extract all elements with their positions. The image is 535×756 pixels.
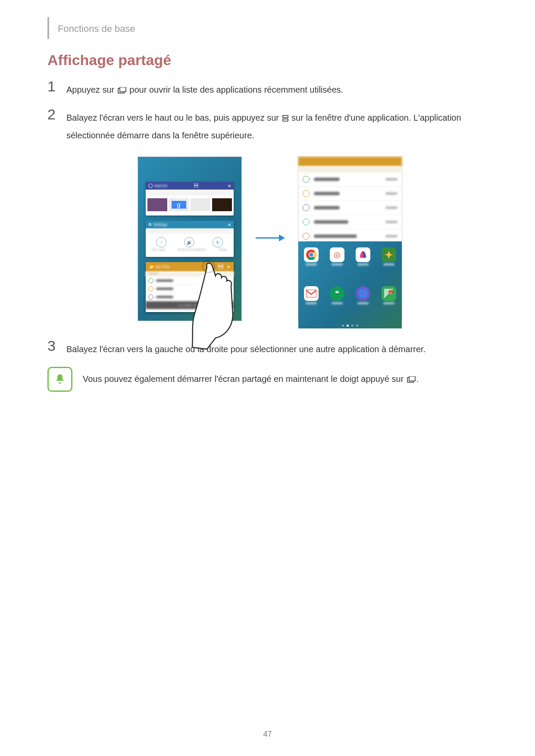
step-1-text-a: Appuyez sur [66, 85, 117, 94]
app-label [306, 263, 317, 266]
step-1: 1 Appuyez sur pour ouvrir la liste des a… [47, 79, 492, 99]
note: Vous pouvez également démarrer l'écran p… [47, 367, 492, 392]
app-internet: 🌐 [356, 286, 370, 304]
list-item [146, 277, 234, 285]
item-value [385, 178, 397, 181]
note-text: Vous pouvez également démarrer l'écran p… [83, 371, 419, 388]
label: Data usage [152, 248, 165, 251]
data-usage-icon: ⫶ [156, 237, 166, 247]
split-top-pane [298, 157, 402, 241]
card-title: Internet [154, 184, 168, 188]
app-galaxy-apps [356, 247, 370, 266]
label: Display [219, 248, 227, 251]
hangouts-icon: ❝ [330, 286, 344, 301]
app-label [306, 302, 317, 304]
recents-card-internet: Internet ✕ g [146, 182, 234, 216]
section-title: Affichage partagé [47, 52, 492, 69]
settings-labels: Data usage Sounds and notifications Disp… [146, 248, 234, 251]
svg-rect-2 [283, 116, 288, 118]
chrome-icon [304, 247, 319, 262]
step-2: 2 Balayez l'écran vers le haut ou le bas… [47, 107, 492, 144]
phone-right: ◎ ❝ 🌐 g [298, 156, 402, 321]
item-label [156, 296, 173, 298]
item-value [385, 206, 397, 209]
category-label: Category [146, 272, 234, 277]
app-maps: g [382, 286, 396, 304]
svg-marker-10 [279, 234, 285, 241]
step-number: 1 [47, 79, 66, 94]
list-item [298, 201, 402, 215]
maps-icon: g [382, 286, 396, 301]
close-all-button: CLOSE ALL [146, 301, 234, 309]
list-item [298, 172, 402, 187]
svg-text:g: g [390, 291, 391, 294]
gmail-icon [304, 286, 319, 301]
quick-access-row [147, 191, 232, 196]
item-value [385, 192, 397, 195]
svg-rect-7 [218, 267, 223, 269]
app-row: ◎ [298, 247, 402, 266]
globe-icon [148, 184, 153, 188]
folder-icon: 📁 [149, 265, 154, 269]
page: Fonctions de base Affichage partagé 1 Ap… [0, 0, 535, 756]
item-label [314, 178, 340, 181]
close-icon: ✕ [227, 265, 230, 269]
audio-icon [303, 204, 310, 211]
svg-point-15 [309, 253, 313, 257]
header-rule [47, 17, 49, 39]
display-icon: ↻ [213, 237, 223, 247]
item-label [314, 192, 340, 195]
figure: Internet ✕ g ⚙ Settings ✕ [47, 156, 492, 321]
card-header: Internet ✕ [146, 182, 234, 190]
page-indicator [298, 325, 402, 327]
svg-rect-6 [218, 264, 223, 266]
gear-icon: ⚙ [148, 222, 152, 227]
step-1-text-b: pour ouvrir la liste des applications ré… [129, 85, 343, 94]
item-label [314, 206, 340, 209]
note-text-a: Vous pouvez également démarrer l'écran p… [83, 374, 406, 384]
download-icon [303, 233, 310, 240]
gallery-icon [382, 247, 396, 262]
app-label [357, 302, 369, 304]
item-value [385, 221, 397, 223]
image-icon [303, 176, 310, 183]
close-icon: ✕ [228, 222, 231, 227]
recent-apps-icon [407, 372, 416, 388]
item-value [385, 235, 397, 237]
item-label [314, 234, 357, 238]
list-item [298, 187, 402, 201]
dot-active [347, 325, 349, 327]
note-bell-icon [47, 367, 72, 392]
split-bottom-pane: ◎ ❝ 🌐 g [298, 241, 402, 328]
note-text-b: . [416, 374, 419, 384]
close-icon: ✕ [228, 184, 231, 188]
tile [191, 198, 210, 211]
myfiles-header [298, 157, 402, 166]
image-icon [148, 278, 153, 283]
app-label [357, 263, 369, 266]
recents-card-myfiles: 📁 My Files ✕ Category CLOSE ALL [146, 262, 234, 312]
split-view-icon [218, 264, 223, 270]
page-number: 47 [0, 730, 535, 739]
item-label [156, 287, 173, 290]
video-icon [303, 190, 310, 197]
card-title: My Files [156, 265, 170, 269]
app-row: ❝ 🌐 g [298, 286, 402, 304]
tiles: g [146, 197, 234, 213]
audio-icon [148, 294, 153, 300]
tile-google: g [169, 198, 189, 211]
card-header: 📁 My Files ✕ [146, 262, 234, 272]
step-text: Balayez l'écran vers le haut ou le bas, … [66, 107, 492, 144]
label: Sounds and notifications [178, 248, 206, 251]
app-label [332, 263, 343, 266]
app-label [383, 302, 394, 304]
app-email: ◎ [330, 247, 344, 266]
recent-apps-icon [118, 83, 126, 99]
svg-rect-4 [194, 183, 198, 185]
app-label [383, 263, 394, 266]
step-text: Appuyez sur pour ouvrir la liste des app… [66, 79, 343, 99]
list-item [146, 285, 234, 293]
step-number: 2 [47, 107, 66, 122]
app-gallery [382, 247, 396, 266]
settings-icons: ⫶ 🔊 ↻ [146, 234, 234, 248]
